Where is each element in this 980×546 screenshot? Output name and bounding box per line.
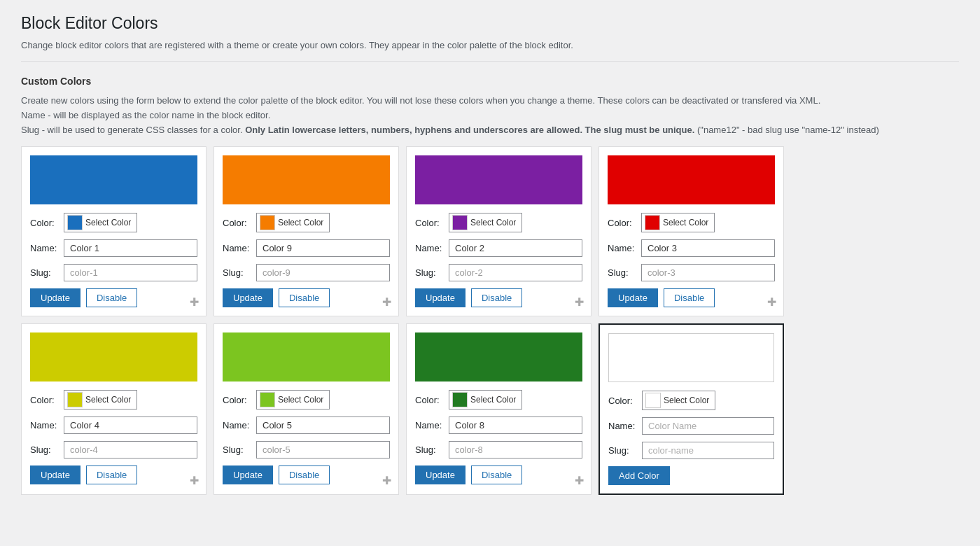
color-card-color2: Color: Select Color Name: Slug: Update D… [406, 146, 592, 316]
color-label-color3: Color: [608, 218, 636, 228]
new-name-input[interactable] [642, 417, 774, 435]
name-input-color4[interactable] [64, 416, 197, 434]
name-label-color3: Name: [608, 243, 636, 253]
slug-label-color9: Slug: [223, 267, 251, 278]
slug-row-color8: Slug: [415, 441, 582, 458]
new-color-preview [608, 333, 774, 382]
color-picker-row-color4: Color: Select Color [30, 390, 197, 410]
color-card-color3: Color: Select Color Name: Slug: Update D… [598, 146, 784, 316]
update-btn-color1[interactable]: Update [30, 288, 80, 307]
name-label-color2: Name: [415, 243, 443, 253]
name-input-color5[interactable] [256, 416, 390, 434]
slug-row-color2: Slug: [415, 264, 582, 281]
disable-btn-color8[interactable]: Disable [471, 465, 522, 484]
name-row-color8: Name: [415, 416, 582, 434]
select-color-label-color4: Select Color [85, 395, 131, 405]
drag-handle-color3[interactable]: ✚ [767, 295, 776, 309]
new-color-card: Color: Select Color Name: Slug: Add Colo… [598, 323, 784, 495]
select-color-label-color8: Select Color [470, 395, 516, 405]
disable-btn-color5[interactable]: Disable [279, 465, 330, 484]
drag-handle-color5[interactable]: ✚ [382, 474, 391, 487]
color-label-color8: Color: [415, 395, 443, 405]
page-title: Block Editor Colors [21, 14, 959, 33]
new-select-color-btn[interactable]: Select Color [642, 391, 715, 410]
select-color-label-color9: Select Color [278, 218, 323, 227]
name-input-color8[interactable] [449, 416, 582, 434]
name-input-color3[interactable] [641, 239, 775, 257]
btn-row-color1: Update Disable [30, 288, 197, 307]
slug-input-color1[interactable] [64, 264, 197, 281]
select-color-label-color2: Select Color [470, 218, 516, 227]
name-row-color3: Name: [608, 239, 775, 257]
color-label-color5: Color: [223, 395, 251, 405]
disable-btn-color9[interactable]: Disable [279, 288, 330, 307]
select-color-btn-color2[interactable]: Select Color [449, 213, 522, 232]
disable-btn-color3[interactable]: Disable [664, 288, 715, 307]
color-picker-row-color5: Color: Select Color [223, 390, 390, 410]
select-color-label-color3: Select Color [663, 218, 708, 227]
update-btn-color3[interactable]: Update [608, 288, 658, 307]
btn-row-color9: Update Disable [223, 288, 390, 307]
color-swatch-color9 [260, 215, 275, 230]
slug-input-color5[interactable] [256, 441, 390, 458]
update-btn-color2[interactable]: Update [415, 288, 465, 307]
btn-row-color4: Update Disable [30, 465, 197, 484]
color-picker-row-color2: Color: Select Color [415, 213, 582, 232]
slug-label-color3: Slug: [608, 267, 636, 278]
new-name-label: Name: [608, 421, 636, 431]
disable-btn-color2[interactable]: Disable [471, 288, 522, 307]
disable-btn-color1[interactable]: Disable [86, 288, 137, 307]
name-row-color1: Name: [30, 239, 197, 257]
select-color-btn-color9[interactable]: Select Color [256, 213, 330, 232]
name-row-color2: Name: [415, 239, 582, 257]
update-btn-color8[interactable]: Update [415, 465, 465, 484]
drag-handle-color1[interactable]: ✚ [190, 295, 199, 309]
slug-input-color3[interactable] [641, 264, 775, 281]
color-picker-row-color1: Color: Select Color [30, 213, 197, 232]
new-btn-row: Add Color [608, 466, 774, 485]
update-btn-color4[interactable]: Update [30, 465, 80, 484]
color-card-color1: Color: Select Color Name: Slug: Update D… [21, 146, 206, 316]
add-color-btn[interactable]: Add Color [608, 466, 670, 485]
color-card-color5: Color: Select Color Name: Slug: Update D… [214, 323, 399, 495]
update-btn-color5[interactable]: Update [223, 465, 273, 484]
slug-input-color9[interactable] [256, 264, 390, 281]
name-input-color2[interactable] [449, 239, 582, 257]
slug-label-color1: Slug: [30, 267, 58, 278]
new-slug-input[interactable] [642, 442, 774, 459]
color-picker-row-color9: Color: Select Color [223, 213, 390, 232]
select-color-btn-color4[interactable]: Select Color [64, 390, 137, 410]
select-color-btn-color5[interactable]: Select Color [256, 390, 330, 410]
slug-input-color4[interactable] [64, 441, 197, 458]
name-row-color4: Name: [30, 416, 197, 434]
color-card-color4: Color: Select Color Name: Slug: Update D… [21, 323, 206, 495]
slug-input-color8[interactable] [449, 441, 582, 458]
slug-row-color5: Slug: [223, 441, 390, 458]
info-text-3: Slug - will be used to generate CSS clas… [21, 125, 959, 135]
slug-label-color2: Slug: [415, 267, 443, 278]
color-grid: Color: Select Color Name: Slug: Update D… [21, 146, 959, 495]
select-color-btn-color8[interactable]: Select Color [449, 390, 522, 410]
color-card-color9: Color: Select Color Name: Slug: Update D… [214, 146, 399, 316]
slug-row-color1: Slug: [30, 264, 197, 281]
slug-row-color4: Slug: [30, 441, 197, 458]
disable-btn-color4[interactable]: Disable [86, 465, 137, 484]
section-title: Custom Colors [21, 76, 959, 87]
drag-handle-color4[interactable]: ✚ [190, 474, 199, 487]
select-color-btn-color3[interactable]: Select Color [641, 213, 715, 232]
select-color-btn-color1[interactable]: Select Color [64, 213, 137, 232]
name-label-color4: Name: [30, 420, 58, 430]
select-color-label-color1: Select Color [85, 218, 131, 227]
name-input-color1[interactable] [64, 239, 197, 257]
btn-row-color3: Update Disable [608, 288, 775, 307]
drag-handle-color2[interactable]: ✚ [575, 295, 584, 309]
drag-handle-color9[interactable]: ✚ [382, 295, 391, 309]
divider [21, 61, 959, 62]
slug-input-color2[interactable] [449, 264, 582, 281]
slug-label-color5: Slug: [223, 444, 251, 455]
new-color-picker-row: Color: Select Color [608, 391, 774, 410]
color-card-color8: Color: Select Color Name: Slug: Update D… [406, 323, 592, 495]
drag-handle-color8[interactable]: ✚ [575, 474, 584, 487]
update-btn-color9[interactable]: Update [223, 288, 273, 307]
name-input-color9[interactable] [256, 239, 390, 257]
